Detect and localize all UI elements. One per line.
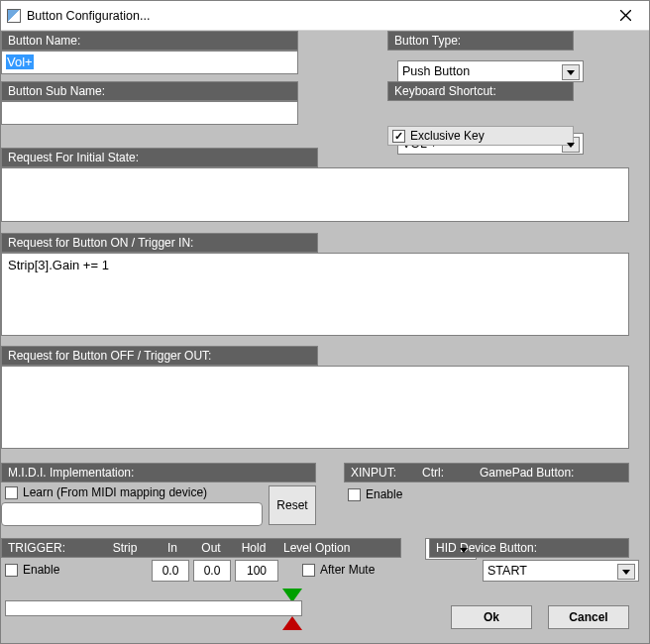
close-button[interactable]: [603, 2, 647, 30]
client-area: Button Name: Vol+ Button Sub Name: Butto…: [1, 31, 649, 643]
xinput-enable-checkbox[interactable]: Enable: [348, 487, 402, 501]
exclusive-key-checkbox[interactable]: Exclusive Key: [392, 129, 569, 143]
xinput-enable-label: Enable: [366, 487, 402, 501]
trigger-col-out: Out: [192, 540, 232, 556]
xinput-header-gp: GamePad Button:: [480, 465, 576, 481]
trigger-slider[interactable]: [5, 600, 302, 616]
request-on-textarea[interactable]: Strip[3].Gain += 1: [1, 253, 629, 336]
trigger-aftermute-checkbox[interactable]: After Mute: [302, 563, 375, 577]
request-on-label: Request for Button ON / Trigger IN:: [1, 233, 318, 253]
trigger-header-title: TRIGGER:: [8, 540, 97, 556]
window-title: Button Configuration...: [27, 9, 603, 23]
ok-button[interactable]: Ok: [451, 605, 532, 629]
button-type-value: Push Button: [402, 64, 470, 78]
button-name-input[interactable]: Vol+: [1, 51, 298, 74]
keyboard-shortcut-label: Keyboard Shortcut:: [387, 81, 574, 101]
trigger-handle-out-icon[interactable]: [282, 616, 302, 630]
xinput-gp-select[interactable]: START: [483, 560, 639, 582]
midi-learn-label: Learn (From MIDI mapping device): [23, 485, 207, 499]
exclusive-key-label: Exclusive Key: [410, 129, 485, 143]
button-subname-input[interactable]: [1, 101, 298, 125]
button-name-value: Vol+: [6, 54, 34, 69]
trigger-aftermute-label: After Mute: [320, 563, 375, 577]
xinput-gp-value: START: [488, 564, 527, 578]
trigger-hold-input[interactable]: [235, 560, 278, 582]
titlebar: Button Configuration...: [1, 1, 649, 31]
trigger-slider-track[interactable]: [5, 600, 302, 616]
midi-value-input[interactable]: [1, 502, 263, 526]
exclusive-key-box: [392, 130, 405, 143]
trigger-col-level: Level Option: [277, 540, 394, 556]
xinput-enable-box: [348, 488, 361, 501]
cancel-button[interactable]: Cancel: [548, 605, 629, 629]
trigger-header: TRIGGER: Strip In Out Hold Level Option: [1, 538, 401, 558]
button-type-label: Button Type:: [387, 31, 574, 51]
window: Button Configuration... Button Name: Vol…: [0, 0, 650, 644]
midi-learn-box: [5, 486, 18, 499]
trigger-col-hold: Hold: [232, 540, 277, 556]
trigger-col-in: In: [155, 540, 192, 556]
request-initial-label: Request For Initial State:: [1, 148, 318, 167]
trigger-col-strip: Strip: [97, 540, 155, 556]
button-name-label: Button Name:: [1, 31, 298, 51]
close-icon: [620, 10, 631, 21]
xinput-header-ctrl: Ctrl:: [422, 465, 480, 481]
button-type-select[interactable]: Push Button: [397, 60, 584, 82]
trigger-in-input[interactable]: [152, 560, 189, 582]
xinput-header-x: XINPUT:: [351, 465, 422, 481]
midi-header: M.I.D.I. Implementation:: [1, 463, 316, 483]
xinput-header: XINPUT: Ctrl: GamePad Button:: [344, 463, 629, 483]
request-off-textarea[interactable]: [1, 366, 629, 449]
request-off-label: Request for Button OFF / Trigger OUT:: [1, 346, 318, 366]
trigger-enable-box: [5, 564, 18, 577]
trigger-enable-checkbox[interactable]: Enable: [5, 563, 59, 577]
app-icon: [7, 9, 21, 23]
midi-reset-button[interactable]: Reset: [269, 485, 316, 525]
request-initial-textarea[interactable]: [1, 167, 629, 222]
trigger-enable-label: Enable: [23, 563, 59, 577]
button-subname-label: Button Sub Name:: [1, 81, 298, 101]
trigger-aftermute-box: [302, 564, 315, 577]
trigger-out-input[interactable]: [193, 560, 231, 582]
